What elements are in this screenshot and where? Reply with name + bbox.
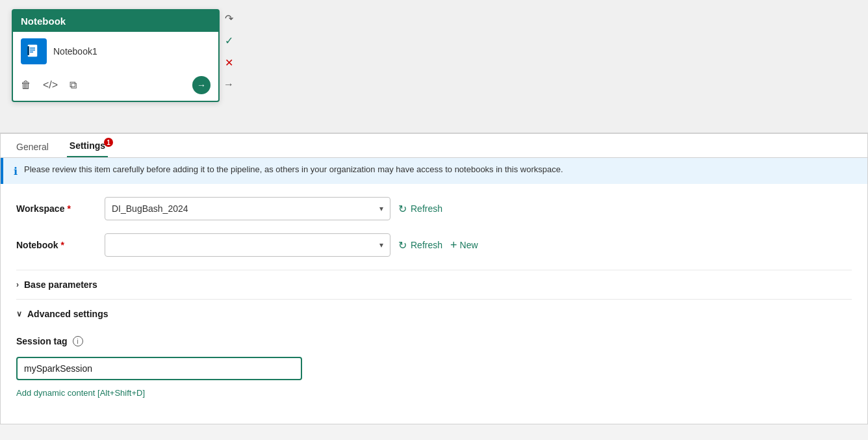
session-tag-info-icon[interactable]: i (73, 336, 83, 346)
info-icon: ℹ (14, 165, 18, 177)
tab-general[interactable]: General (14, 135, 51, 157)
notebook-card-header: Notebook (13, 10, 218, 32)
notebook-card-name: Notebook1 (53, 46, 97, 57)
advanced-settings-chevron-icon: ∨ (16, 309, 22, 318)
info-banner-text: Please review this item carefully before… (24, 164, 563, 174)
notebook-row: Notebook * ▾ ↻ Refresh + New (16, 233, 852, 257)
notebook-file-icon (21, 38, 47, 64)
canvas-area: Notebook Notebook1 🗑 </> (0, 0, 868, 133)
delete-icon[interactable]: 🗑 (21, 79, 31, 91)
form-area: Workspace * DI_BugBash_2024 ▾ ↻ Refresh (1, 184, 867, 424)
code-icon[interactable]: </> (43, 79, 58, 91)
main-container: Notebook Notebook1 🗑 </> (0, 0, 868, 440)
svg-rect-1 (28, 45, 37, 57)
info-banner: ℹ Please review this item carefully befo… (1, 158, 867, 184)
base-parameters-toggle[interactable]: › Base parameters (16, 273, 852, 296)
notebook-card-title: Notebook (21, 16, 66, 27)
base-parameters-label: Base parameters (24, 279, 97, 290)
redo-button[interactable]: ↷ (220, 9, 238, 27)
settings-panel: General Settings 1 ℹ Please review this … (0, 133, 868, 424)
copy-icon[interactable]: ⧉ (70, 79, 77, 91)
notebook-refresh-button[interactable]: ↻ Refresh (398, 239, 442, 252)
plus-icon: + (450, 239, 457, 252)
cancel-button[interactable]: ✕ (220, 53, 238, 71)
notebook-refresh-icon: ↻ (398, 239, 407, 252)
divider-1 (16, 270, 852, 270)
workspace-label: Workspace * (16, 203, 94, 214)
session-tag-label: Session tag (16, 336, 68, 346)
notebook-control: ▾ ↻ Refresh + New (105, 233, 852, 257)
notebook-card: Notebook Notebook1 🗑 </> (12, 9, 220, 102)
notebook-label: Notebook * (16, 240, 94, 250)
workspace-refresh-button[interactable]: ↻ Refresh (398, 203, 442, 215)
session-tag-label-row: Session tag i (16, 336, 83, 346)
workspace-value: DI_BugBash_2024 (112, 203, 188, 214)
session-tag-section: Session tag i Add dynamic content [Alt+S… (16, 336, 852, 411)
notebook-card-body: Notebook1 (13, 32, 218, 71)
advanced-settings-toggle[interactable]: ∨ Advanced settings (16, 302, 852, 326)
workspace-required: * (67, 203, 70, 214)
dynamic-content-link[interactable]: Add dynamic content [Alt+Shift+D] (16, 388, 145, 398)
workspace-dropdown[interactable]: DI_BugBash_2024 ▾ (105, 197, 390, 220)
advanced-settings-label: Advanced settings (27, 309, 108, 319)
workspace-control: DI_BugBash_2024 ▾ ↻ Refresh (105, 197, 852, 220)
confirm-button[interactable]: ✓ (220, 31, 238, 49)
workspace-row: Workspace * DI_BugBash_2024 ▾ ↻ Refresh (16, 197, 852, 220)
tabs-row: General Settings 1 (1, 134, 867, 158)
divider-2 (16, 299, 852, 300)
settings-badge: 1 (104, 138, 113, 147)
resize-handle[interactable] (859, 431, 868, 440)
workspace-refresh-icon: ↻ (398, 203, 407, 215)
notebook-required: * (61, 240, 64, 250)
notebook-new-button[interactable]: + New (450, 239, 478, 252)
session-tag-row: Session tag i Add dynamic content [Alt+S… (16, 336, 852, 398)
svg-rect-5 (27, 46, 29, 55)
navigate-icon[interactable]: → (192, 76, 211, 94)
base-parameters-chevron-icon: › (16, 280, 19, 289)
session-tag-input[interactable] (16, 357, 302, 380)
notebook-chevron-icon: ▾ (379, 240, 383, 250)
notebook-dropdown[interactable]: ▾ (105, 233, 390, 257)
notebook-card-actions: 🗑 </> ⧉ → (13, 71, 218, 101)
side-buttons: ↷ ✓ ✕ → (220, 9, 238, 94)
next-button[interactable]: → (220, 75, 238, 94)
tab-settings[interactable]: Settings 1 (67, 134, 108, 157)
workspace-chevron-icon: ▾ (379, 204, 383, 213)
